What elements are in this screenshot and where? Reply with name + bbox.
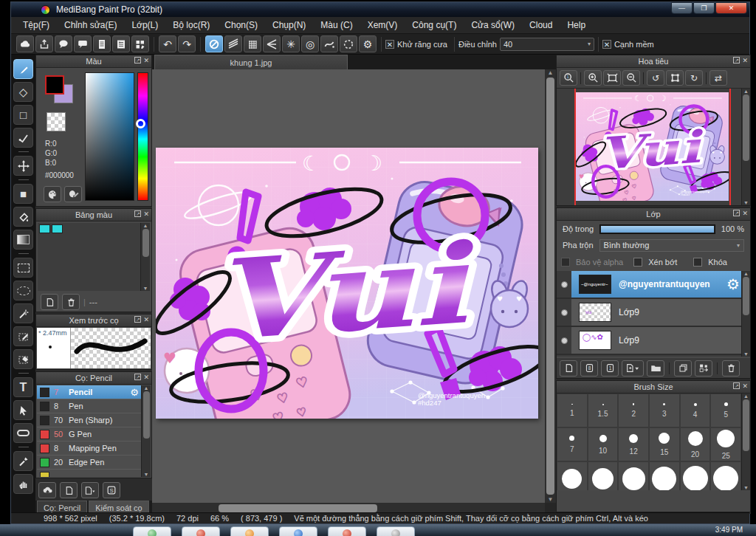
brush-size-cell[interactable]: 2 (618, 394, 649, 427)
alpha-protect-checkbox[interactable] (561, 258, 570, 267)
lasso-tool[interactable] (13, 281, 33, 300)
taskbar-app-button[interactable] (182, 526, 220, 536)
layer-visibility-dot[interactable] (557, 299, 571, 326)
hue-marker[interactable] (136, 119, 145, 128)
close-icon[interactable]: ✕ (742, 210, 748, 218)
menu-item-1[interactable]: Chỉnh sửa(E) (57, 18, 124, 32)
menu-item-8[interactable]: Công cụ(T) (405, 18, 464, 32)
dot-tool[interactable] (13, 128, 33, 148)
taskbar-app-button[interactable] (279, 526, 317, 536)
fit-screen-button[interactable] (603, 70, 621, 86)
blend-dropdown[interactable]: Bình thường ▾ (599, 239, 744, 252)
brush-tool[interactable] (13, 59, 33, 79)
scroll-up-icon[interactable]: ▲ (143, 223, 148, 228)
snap-concentric-button[interactable]: ◎ (301, 35, 319, 52)
scroll-up-icon[interactable]: ▲ (548, 69, 554, 76)
export-button[interactable] (35, 35, 53, 52)
brush-size-cell[interactable]: 15 (649, 427, 680, 461)
add-8bit-layer-button[interactable]: 8 (580, 360, 598, 377)
lock-checkbox[interactable] (693, 258, 702, 267)
scrollbar-thumb[interactable] (219, 504, 377, 512)
close-icon[interactable]: ✕ (143, 57, 149, 65)
brush-size-cell[interactable]: 12 (618, 427, 649, 461)
snap-ellipse-button[interactable] (340, 35, 357, 52)
rotate-left-button[interactable]: ↺ (647, 70, 664, 86)
menu-item-4[interactable]: Chọn(S) (217, 18, 265, 32)
scrollbar-thumb[interactable] (743, 399, 749, 451)
brush-size-cell[interactable]: 1.5 (588, 394, 619, 427)
snap-off-button[interactable] (205, 35, 223, 52)
grid-edit-button[interactable] (131, 35, 149, 52)
layer-folder-button[interactable] (647, 360, 664, 377)
popout-icon[interactable]: ↗ (134, 57, 141, 63)
rotate-right-button[interactable]: ↻ (685, 70, 703, 86)
redo-button[interactable]: ↷ (178, 35, 196, 52)
snap-settings-button[interactable]: ⚙ (359, 35, 377, 52)
brush-add-button[interactable] (60, 482, 78, 498)
navigator-thumbnail-area[interactable]: ▲▼ (557, 89, 750, 205)
palette-add-button[interactable] (41, 294, 58, 310)
brush-size-cell[interactable] (710, 461, 741, 490)
navigator-thumbnail[interactable] (576, 92, 729, 201)
brush-size-cell[interactable] (618, 461, 649, 490)
select-tool[interactable] (13, 258, 33, 278)
scroll-down-icon[interactable]: ▼ (743, 200, 749, 205)
brush-row-edge-pen[interactable]: 20Edge Pen (37, 456, 151, 470)
snap-curve-button[interactable] (320, 35, 338, 52)
gear-icon[interactable]: ⚙ (726, 275, 740, 293)
clipping-checkbox[interactable] (633, 258, 642, 267)
brush-size-cell[interactable]: 20 (680, 427, 711, 461)
brush-size-cell[interactable]: 10 (588, 427, 619, 461)
palette-swatch[interactable] (39, 224, 50, 233)
add-1bit-layer-button[interactable]: 1 (601, 360, 619, 377)
scrollbar-thumb[interactable] (546, 78, 554, 495)
brush-size-cell[interactable]: 4 (680, 394, 711, 427)
taskbar-app-button[interactable] (133, 526, 171, 536)
flip-view-button[interactable]: ⇄ (709, 70, 727, 86)
scroll-down-icon[interactable]: ▼ (548, 496, 554, 503)
menu-item-3[interactable]: Bộ lọc(R) (165, 18, 217, 32)
taskbar-app-button[interactable] (328, 526, 366, 536)
scroll-up-icon[interactable]: ▲ (743, 89, 749, 94)
scroll-down-icon[interactable]: ▼ (144, 472, 149, 477)
brush-size-cell[interactable]: 7 (557, 427, 588, 461)
brush-size-cell[interactable] (557, 461, 588, 490)
popout-icon[interactable]: ↗ (134, 210, 141, 217)
balloon-icon[interactable] (55, 35, 72, 52)
canvas-vertical-scrollbar[interactable]: ▲ ▼ (545, 69, 556, 503)
brush-row-pencil[interactable]: 7Pencil⚙ (37, 385, 151, 399)
brush-size-cell[interactable] (680, 461, 711, 490)
brush-size-cell[interactable]: 1 (557, 394, 588, 427)
select-eraser-tool[interactable] (13, 349, 33, 369)
magic-wand-tool[interactable] (13, 303, 33, 323)
antialias-checkbox[interactable]: ✕ (385, 40, 394, 49)
eyedropper-tool[interactable] (13, 451, 33, 471)
menu-item-5[interactable]: Chụp(N) (265, 18, 313, 32)
document-tab[interactable]: khung 1.jpg (154, 55, 348, 69)
scroll-down-icon[interactable]: ▼ (743, 351, 749, 357)
brush-row-pen[interactable]: 8Pen (37, 399, 151, 413)
menu-item-11[interactable]: Help (560, 18, 593, 32)
popout-icon[interactable]: ↗ (134, 316, 141, 323)
move-tool[interactable] (13, 156, 33, 176)
menu-item-0[interactable]: Tệp(F) (16, 18, 57, 32)
palette-button[interactable] (44, 186, 61, 202)
close-icon[interactable]: ✕ (143, 374, 149, 382)
restore-button[interactable]: ❐ (693, 2, 715, 14)
taskbar-app-button[interactable] (230, 526, 269, 536)
gear-icon[interactable]: ⚙ (130, 387, 139, 398)
select-pen-tool[interactable] (13, 326, 33, 346)
minimize-button[interactable]: — (671, 2, 693, 14)
transparent-swatch[interactable] (47, 112, 66, 131)
brush-row-g-pen[interactable]: 50G Pen (37, 427, 151, 441)
brush-cloud-upload-button[interactable] (38, 482, 56, 498)
layer-visibility-dot[interactable] (557, 327, 571, 354)
palette-edit-button[interactable] (64, 186, 82, 202)
palette-swatch[interactable] (52, 224, 63, 233)
brush-duplicate-button[interactable] (81, 482, 99, 498)
document-settings-button[interactable] (112, 35, 130, 52)
comment-button[interactable] (74, 35, 92, 52)
rotate-reset-button[interactable] (666, 70, 684, 86)
close-icon[interactable]: ✕ (742, 57, 748, 65)
brush-row-[interactable] (37, 470, 151, 477)
